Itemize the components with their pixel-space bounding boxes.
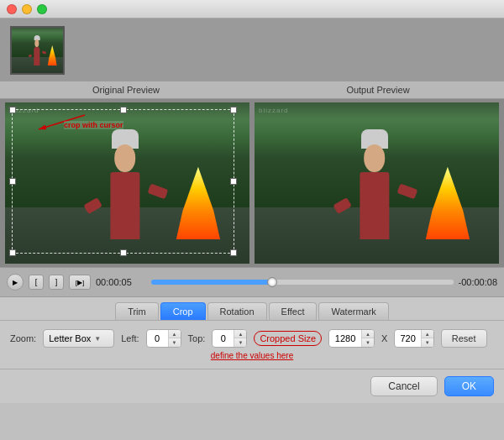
watermark-left: blizzard — [9, 107, 39, 114]
tab-bar: Trim Crop Rotation Effect Watermark — [0, 297, 504, 320]
top-increment-button[interactable]: ▲ — [234, 330, 246, 338]
output-preview-label: Output Preview — [252, 81, 504, 98]
tab-rotation[interactable]: Rotation — [207, 302, 267, 320]
next-frame-button[interactable]: [▶] — [69, 275, 91, 290]
define-annotation: define the values here — [10, 351, 494, 360]
width-value: 1280 — [329, 333, 361, 343]
minimize-button[interactable] — [22, 4, 32, 14]
ok-button[interactable]: OK — [444, 376, 494, 396]
original-preview-label: Original Preview — [0, 81, 252, 98]
timeline-thumb[interactable] — [267, 277, 277, 287]
left-decrement-button[interactable]: ▼ — [169, 338, 181, 347]
tab-effect[interactable]: Effect — [269, 302, 318, 320]
tab-watermark[interactable]: Watermark — [318, 302, 388, 320]
zoom-select[interactable]: Letter Box ▼ — [43, 329, 114, 348]
height-value: 720 — [395, 333, 420, 343]
zoom-value: Letter Box — [49, 333, 91, 343]
traffic-lights — [7, 4, 47, 14]
reset-button[interactable]: Reset — [441, 329, 487, 348]
close-button[interactable] — [7, 4, 17, 14]
left-label: Left: — [121, 333, 139, 343]
in-point-icon: [ — [35, 278, 38, 286]
cropped-size-label: Cropped Size — [254, 331, 322, 346]
previews-area: blizzard crop with cursor — [0, 99, 504, 267]
controls-area: Zoom: Letter Box ▼ Left: 0 ▲ ▼ Top: 0 ▲ … — [0, 320, 504, 369]
next-frame-icon: [▶] — [76, 279, 84, 286]
in-point-button[interactable]: [ — [29, 275, 44, 290]
left-increment-button[interactable]: ▲ — [169, 330, 181, 338]
height-increment-button[interactable]: ▲ — [422, 330, 433, 338]
controls-row: Zoom: Letter Box ▼ Left: 0 ▲ ▼ Top: 0 ▲ … — [10, 329, 494, 348]
height-spinners: ▲ ▼ — [421, 330, 433, 347]
top-input[interactable]: 0 ▲ ▼ — [212, 329, 247, 348]
width-spinners: ▲ ▼ — [361, 330, 374, 347]
zoom-label: Zoom: — [10, 333, 36, 343]
video-thumbnail[interactable] — [10, 26, 65, 75]
zoom-select-arrow-icon: ▼ — [94, 335, 101, 343]
watermark-right: blizzard — [259, 107, 289, 114]
timeline-area: ▶ [ ] [▶] 00:00:05 -00:00:08 — [0, 267, 504, 297]
title-bar — [0, 0, 504, 18]
height-input[interactable]: 720 ▲ ▼ — [394, 329, 433, 348]
height-decrement-button[interactable]: ▼ — [422, 338, 433, 347]
current-time: 00:00:05 — [96, 277, 146, 287]
out-point-icon: ] — [55, 278, 58, 286]
width-increment-button[interactable]: ▲ — [362, 330, 374, 338]
tab-crop[interactable]: Crop — [160, 302, 206, 320]
tab-trim[interactable]: Trim — [115, 302, 159, 320]
top-spinners: ▲ ▼ — [234, 330, 246, 347]
end-time: -00:00:08 — [459, 277, 497, 287]
width-input[interactable]: 1280 ▲ ▼ — [328, 329, 375, 348]
left-value: 0 — [147, 333, 168, 343]
output-preview: blizzard — [255, 102, 499, 264]
top-decrement-button[interactable]: ▼ — [234, 338, 246, 347]
out-point-button[interactable]: ] — [49, 275, 64, 290]
x-separator: X — [381, 333, 387, 343]
maximize-button[interactable] — [37, 4, 47, 14]
width-decrement-button[interactable]: ▼ — [362, 338, 374, 347]
top-value: 0 — [213, 333, 234, 343]
bottom-bar: Cancel OK — [0, 369, 504, 403]
thumbnail-area — [0, 18, 504, 81]
original-preview[interactable]: blizzard crop with cursor — [5, 102, 249, 264]
top-label: Top: — [188, 333, 206, 343]
timeline-track[interactable] — [151, 280, 454, 285]
play-icon: ▶ — [13, 279, 18, 286]
previews-header: Original Preview Output Preview — [0, 81, 504, 99]
left-spinners: ▲ ▼ — [168, 330, 181, 347]
play-button[interactable]: ▶ — [7, 274, 24, 291]
left-input[interactable]: 0 ▲ ▼ — [146, 329, 181, 348]
cancel-button[interactable]: Cancel — [370, 376, 437, 396]
